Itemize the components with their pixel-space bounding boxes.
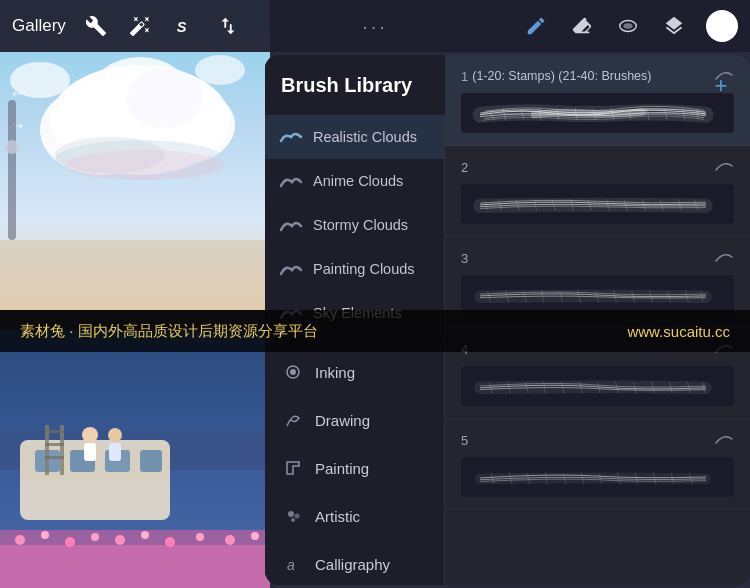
svg-rect-29 [109, 443, 121, 461]
brush-icon-stormy [279, 213, 303, 237]
color-picker[interactable] [706, 10, 738, 42]
brush-1-label: (1-20: Stamps) (21-40: Brushes) [472, 69, 714, 83]
svg-point-32 [15, 535, 25, 545]
drawing-icon [281, 408, 305, 432]
svg-point-38 [165, 537, 175, 547]
brush-icon-realistic [279, 125, 303, 149]
category-realistic-clouds[interactable]: Realistic Clouds [265, 115, 444, 159]
panel-header: Brush Library [265, 55, 445, 115]
toolbar-left: Gallery S [12, 12, 242, 40]
svg-rect-12 [0, 240, 270, 310]
svg-point-44 [623, 23, 632, 29]
svg-point-26 [82, 427, 98, 443]
svg-text:a: a [287, 557, 295, 573]
watermark-right-text: www.sucaitu.cc [627, 323, 730, 340]
svg-point-47 [288, 511, 294, 517]
brush-icon-painting [279, 257, 303, 281]
svg-rect-23 [45, 430, 64, 433]
brush-3-number: 3 [461, 251, 468, 266]
category-anime-clouds[interactable]: Anime Clouds [265, 159, 444, 203]
inking-icon [281, 360, 305, 384]
pen-tool[interactable] [522, 12, 550, 40]
blend-tool[interactable] [614, 12, 642, 40]
category-painting-clouds-label: Painting Clouds [313, 261, 415, 277]
svg-point-35 [91, 533, 99, 541]
watermark-left-text: 素材兔 · 国内外高品质设计后期资源分享平台 [20, 322, 318, 341]
svg-point-33 [41, 531, 49, 539]
size-slider[interactable] [8, 100, 16, 240]
svg-rect-20 [140, 450, 162, 472]
category-stormy-clouds[interactable]: Stormy Clouds [265, 203, 444, 247]
brush-2-curve [714, 158, 734, 176]
category-painting-clouds[interactable]: Painting Clouds [265, 247, 444, 291]
svg-point-10 [195, 55, 245, 85]
brush-1-number: 1 [461, 69, 468, 84]
brush-item-1[interactable]: 1 (1-20: Stamps) (21-40: Brushes) [445, 55, 750, 146]
category-drawing[interactable]: Drawing [265, 396, 444, 444]
brush-stroke-1 [461, 93, 734, 133]
brush-5-number: 5 [461, 433, 468, 448]
category-artistic[interactable]: Artistic [265, 492, 444, 540]
category-drawing-label: Drawing [315, 412, 370, 429]
svg-point-39 [196, 533, 204, 541]
artwork-bottom [0, 330, 270, 588]
svg-text:S: S [177, 19, 187, 35]
panel-title: Brush Library [281, 74, 412, 97]
brush-stroke-2 [461, 184, 734, 224]
svg-point-36 [115, 535, 125, 545]
category-painting-label: Painting [315, 460, 369, 477]
svg-point-11 [65, 150, 225, 180]
category-anime-clouds-label: Anime Clouds [313, 173, 403, 189]
watermark-banner: 素材兔 · 国内外高品质设计后期资源分享平台 www.sucaitu.cc [0, 310, 750, 352]
brush-stroke-5 [461, 457, 734, 497]
svg-point-41 [251, 532, 259, 540]
category-realistic-clouds-label: Realistic Clouds [313, 129, 417, 145]
slider-thumb[interactable] [5, 140, 19, 154]
brush-item-3-header: 3 [461, 249, 734, 267]
category-inking-label: Inking [315, 364, 355, 381]
brush-item-2-header: 2 [461, 158, 734, 176]
svg-rect-27 [84, 443, 96, 461]
brush-3-curve [714, 249, 734, 267]
toolbar: Gallery S ··· [0, 0, 750, 52]
svg-rect-31 [0, 545, 270, 588]
smudge-tool[interactable]: S [170, 12, 198, 40]
category-artistic-label: Artistic [315, 508, 360, 525]
brush-item-2[interactable]: 2 [445, 146, 750, 237]
category-calligraphy[interactable]: a Calligraphy [265, 540, 444, 585]
category-painting[interactable]: Painting [265, 444, 444, 492]
transform-tool[interactable] [214, 12, 242, 40]
svg-point-6 [127, 68, 203, 128]
wrench-tool[interactable] [82, 12, 110, 40]
painting-icon [281, 456, 305, 480]
svg-point-37 [141, 531, 149, 539]
brush-5-curve [714, 431, 734, 449]
svg-point-48 [295, 514, 300, 519]
svg-rect-24 [45, 443, 64, 446]
svg-point-40 [225, 535, 235, 545]
brush-2-number: 2 [461, 160, 468, 175]
brush-item-1-header: 1 (1-20: Stamps) (21-40: Brushes) [461, 67, 734, 85]
calligraphy-icon: a [281, 552, 305, 576]
category-inking[interactable]: Inking [265, 348, 444, 396]
brush-stroke-3 [461, 275, 734, 315]
layers-tool[interactable] [660, 12, 688, 40]
more-options[interactable]: ··· [362, 15, 388, 38]
brush-icon-anime [279, 169, 303, 193]
magic-tool[interactable] [126, 12, 154, 40]
svg-point-46 [290, 369, 296, 375]
brush-item-5[interactable]: 5 [445, 419, 750, 510]
svg-point-34 [65, 537, 75, 547]
category-stormy-clouds-label: Stormy Clouds [313, 217, 408, 233]
brush-item-5-header: 5 [461, 431, 734, 449]
brush-stroke-4 [461, 366, 734, 406]
left-sidebar: ↩ ↪ [2, 80, 32, 138]
eraser-tool[interactable] [568, 12, 596, 40]
svg-point-28 [108, 428, 122, 442]
toolbar-right [522, 10, 738, 42]
svg-rect-25 [45, 456, 64, 459]
category-calligraphy-label: Calligraphy [315, 556, 390, 573]
artistic-icon [281, 504, 305, 528]
gallery-button[interactable]: Gallery [12, 16, 66, 36]
svg-point-49 [291, 518, 295, 522]
